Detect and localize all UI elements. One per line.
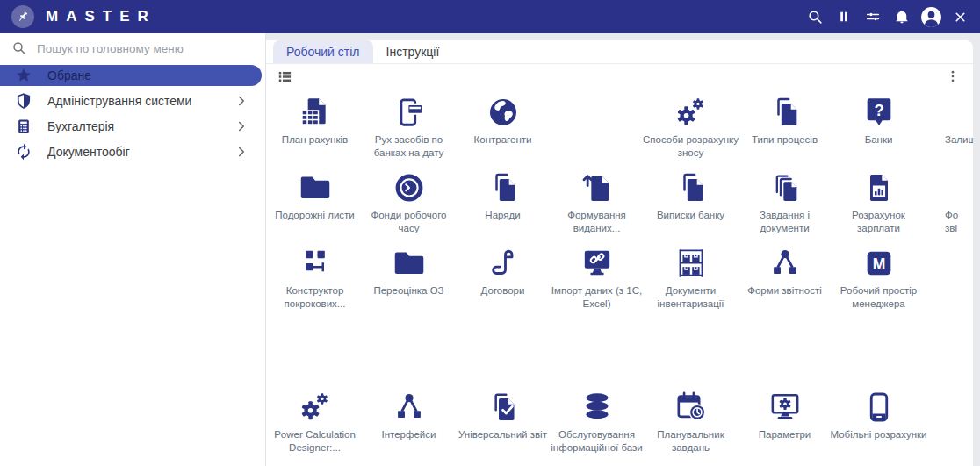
main-area: Робочий стіл Інструкції План рахунківРух… — [266, 33, 980, 466]
hierarchy-icon — [392, 390, 427, 425]
desktop-item-label: Рух засобів по банках на дату — [359, 133, 459, 159]
star-icon — [15, 67, 32, 84]
desktop-item-label: Мобільні розрахунки — [829, 428, 929, 441]
page-up-icon — [580, 170, 615, 205]
avatar[interactable] — [919, 5, 942, 28]
desktop-item[interactable]: Типи процесів — [738, 89, 832, 164]
desktop-item-label: Типи процесів — [735, 133, 835, 147]
shield-icon — [15, 92, 32, 110]
desktop-item[interactable]: Фо зві — [926, 164, 973, 240]
list-view-icon[interactable] — [277, 68, 293, 85]
desktop-item[interactable]: Конструктор покрокових... — [268, 240, 362, 315]
search-icon[interactable] — [803, 5, 826, 28]
tab-robochyi-stil[interactable]: Робочий стіл — [273, 40, 373, 63]
desktop-item-label: Інтерфейси — [359, 428, 459, 441]
gears-icon — [298, 390, 333, 425]
search-icon — [11, 40, 27, 56]
svg-text:M: M — [872, 255, 885, 273]
gears-icon — [674, 95, 709, 130]
desktop-item[interactable]: Документи інвентаризації — [644, 240, 738, 315]
app-logo: MASTER — [0, 5, 156, 28]
chevron-right-icon — [234, 144, 249, 160]
desktop-item-label: Виписки банку — [641, 209, 741, 222]
desktop-item[interactable]: Мобільні розрахунки — [832, 384, 926, 459]
desktop-item-label: Договори — [453, 284, 553, 298]
desktop-item[interactable]: Способи розрахунку зносу — [644, 89, 738, 164]
tune-icon[interactable] — [861, 5, 884, 28]
desktop-item-label: Планувальник завдань — [641, 428, 741, 454]
desktop-item[interactable]: Інтерфейси — [362, 384, 456, 459]
desktop-item[interactable]: Рух засобів по банках на дату — [362, 89, 456, 164]
desktop-item-label: Завдання і документи — [735, 209, 835, 234]
desktop-row: Конструктор покрокових...Переоцінка ОЗДо… — [268, 240, 973, 315]
desktop-item-label: Імпорт даних (з 1С, Excel) — [547, 284, 647, 310]
desktop-item[interactable]: Параметри — [738, 384, 832, 459]
desktop-item-label: Конструктор покрокових... — [266, 284, 365, 310]
desktop-item[interactable]: Формування виданих... — [550, 164, 644, 240]
shelves-icon — [674, 246, 709, 281]
desktop-item-label: Робочий простір менеджера — [829, 284, 929, 310]
copy-pages-icon — [767, 95, 803, 130]
desktop-item-label: Документи інвентаризації — [641, 284, 741, 310]
app-header: MASTER — [0, 0, 980, 33]
tab-bar: Робочий стіл Інструкції — [266, 40, 973, 64]
page-chart-icon — [861, 170, 897, 205]
desktop-item[interactable]: Форми звітності — [738, 240, 832, 315]
desktop-item[interactable]: Контрагенти — [456, 89, 550, 164]
menu-search-input[interactable] — [37, 42, 254, 55]
desktop-item-label: Формування виданих... — [547, 209, 647, 234]
desktop-item[interactable]: ?Банки — [832, 89, 926, 164]
database-icon — [580, 390, 615, 425]
bell-icon[interactable] — [890, 5, 913, 28]
desktop-item[interactable]: Розрахунок зарплати — [832, 164, 926, 240]
desktop-item[interactable]: Обслуговування інформаційної бази — [550, 384, 644, 459]
desktop-toolbar — [266, 64, 973, 89]
desktop-item-label: План рахунків — [266, 133, 365, 147]
desktop-item[interactable]: MРобочий простір менеджера — [832, 240, 926, 315]
desktop-item[interactable]: Імпорт даних (з 1С, Excel) — [550, 240, 644, 315]
desktop-item[interactable]: План рахунків — [268, 89, 362, 164]
sidebar-item-label: Бухгалтерія — [47, 119, 114, 133]
desktop-item-label: Подорожні листи — [266, 209, 365, 222]
page-grid-icon — [298, 95, 333, 130]
sidebar-item-label: Документообіг — [47, 145, 130, 159]
sidebar-item-label: Обране — [47, 68, 91, 82]
pause-icon[interactable] — [832, 5, 855, 28]
desktop-row: План рахунківРух засобів по банках на да… — [268, 89, 973, 164]
desktop-item-label: Контрагенти — [453, 133, 553, 147]
desktop-item[interactable]: Power Calculation Designer:... — [268, 384, 362, 459]
folder-icon — [392, 246, 427, 281]
sidebar-item-label: Адміністрування системи — [47, 94, 191, 108]
desktop-grid: План рахунківРух засобів по банках на да… — [266, 89, 973, 466]
desktop-item[interactable]: Виписки банку — [644, 164, 738, 240]
desktop-row: Power Calculation Designer:...Інтерфейси… — [268, 384, 973, 459]
sidebar-item-obrane[interactable]: Обране — [0, 65, 262, 86]
desktop-item[interactable]: Універсальний звіт — [456, 384, 550, 459]
desktop-item[interactable]: Договори — [456, 240, 550, 315]
copy-pages-icon — [486, 170, 521, 205]
empty-slot — [550, 89, 644, 164]
desktop-item[interactable]: Залиш — [926, 89, 973, 164]
desktop-item[interactable]: Переоцінка ОЗ — [362, 240, 456, 315]
desktop-item[interactable]: Завдання і документи — [738, 164, 832, 240]
globe-icon — [486, 95, 521, 130]
monitor-link-icon — [580, 246, 615, 281]
desktop-item[interactable]: Подорожні листи — [268, 164, 362, 240]
sidebar-item-administruvannia[interactable]: Адміністрування системи — [0, 90, 262, 111]
kebab-menu-icon[interactable] — [945, 68, 961, 85]
desktop-item[interactable]: Наряди — [456, 164, 550, 240]
desktop-item-label: Залиш — [945, 133, 973, 147]
brand-title: MASTER — [46, 8, 156, 25]
desktop-item-label: Обслуговування інформаційної бази — [547, 428, 647, 454]
tab-instruktsii[interactable]: Інструкції — [373, 40, 453, 63]
copy-pages-icon — [674, 170, 709, 205]
close-icon[interactable] — [948, 5, 971, 28]
sidebar-item-dokumentoobih[interactable]: Документообіг — [0, 141, 262, 162]
desktop-item[interactable]: Планувальник завдань — [644, 384, 738, 459]
desktop-item-label: Способи розрахунку зносу — [641, 133, 741, 159]
sidebar-item-bukhhalteriia[interactable]: Бухгалтерія — [0, 116, 262, 137]
desktop-item-label: Фо зві — [945, 209, 958, 234]
pin-logo-icon — [11, 5, 34, 28]
desktop-item-label: Розрахунок зарплати — [829, 209, 929, 234]
desktop-item[interactable]: Фонди робочого часу — [362, 164, 456, 240]
